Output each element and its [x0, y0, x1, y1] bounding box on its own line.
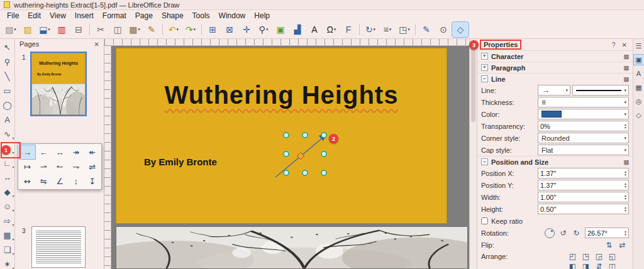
insert-chart-button[interactable]: ▟	[289, 22, 306, 37]
spinner-icons[interactable]: ▲▼	[624, 182, 628, 189]
new-document-button[interactable]: ▤▾	[3, 22, 19, 37]
flip-vertical-icon[interactable]: ⇅	[602, 240, 616, 250]
line-harpoon-pair[interactable]: ⇋	[36, 174, 52, 188]
pages-close-icon[interactable]: ✕	[94, 41, 99, 48]
section-line[interactable]: − Line ▤	[477, 73, 633, 84]
chevron-down-icon[interactable]: ▾	[624, 148, 626, 153]
line-with-square-end[interactable]: ↦	[19, 160, 35, 173]
section-menu-icon[interactable]: ▤	[623, 76, 629, 82]
scrollbar-thumb[interactable]	[471, 47, 475, 122]
special-character-button[interactable]: Ω▾	[323, 22, 340, 37]
chevron-down-icon[interactable]: ▾	[12, 208, 14, 212]
bring-forward-icon[interactable]: ◳	[579, 251, 592, 261]
menu-insert[interactable]: Insert	[70, 11, 98, 21]
vertical-scrollbar[interactable]: ▲	[469, 39, 477, 269]
flowchart-tool[interactable]: ▦▾	[1, 228, 14, 243]
show-draw-functions-button[interactable]: ◇	[452, 22, 469, 37]
menu-edit[interactable]: Edit	[23, 11, 45, 21]
chevron-down-icon[interactable]: ▾	[12, 251, 14, 256]
insert-image-button[interactable]: ▣	[272, 22, 289, 37]
align-objects-button[interactable]: ≡▾	[379, 22, 396, 37]
expand-icon[interactable]: +	[481, 53, 488, 60]
chevron-down-icon[interactable]: ▾	[12, 266, 14, 269]
chevron-down-icon[interactable]: ▾	[624, 100, 626, 105]
transparency-field[interactable]: ▲▼	[538, 121, 629, 131]
block-arrows-tool[interactable]: ⇨▾	[1, 214, 14, 228]
menu-help[interactable]: Help	[250, 11, 274, 21]
paste-button[interactable]: ▦▾	[126, 22, 143, 37]
section-position-size[interactable]: − Position and Size ▤	[477, 156, 633, 167]
rotation-dial[interactable]	[545, 228, 555, 238]
properties-tab[interactable]: ▣	[634, 55, 644, 65]
line-style-select[interactable]: ▾	[572, 85, 629, 96]
send-backward-icon[interactable]: ◲	[592, 251, 606, 261]
dimension-line-style[interactable]: ∠	[52, 174, 68, 188]
menu-window[interactable]: Window	[214, 11, 250, 21]
height-field[interactable]: ▲▼	[538, 204, 629, 214]
insert-text-box-tool[interactable]: A	[1, 113, 14, 127]
line-starts-with-arrow[interactable]: ←	[36, 145, 52, 159]
line-half-arrow-start[interactable]: ↼	[52, 160, 68, 173]
position-x-input[interactable]	[538, 170, 624, 177]
stars-banners-tool[interactable]: ✶▾	[1, 257, 14, 269]
selection-handles[interactable]	[284, 133, 326, 175]
chevron-down-icon[interactable]: ▾	[48, 27, 50, 32]
in-front-of-object-icon[interactable]: ◧	[566, 261, 579, 269]
chevron-down-icon[interactable]: ▾	[408, 27, 410, 32]
gallery-tab[interactable]: ▦	[634, 82, 644, 92]
chevron-down-icon[interactable]: ▾	[389, 27, 392, 32]
chevron-down-icon[interactable]: ▾	[334, 27, 336, 32]
cut-button[interactable]: ✂	[92, 22, 109, 37]
dimension-line-tool[interactable]: ↔	[1, 170, 14, 185]
send-to-back-icon[interactable]: ◱	[606, 251, 619, 261]
basic-shapes-tool[interactable]: ◆▾	[1, 185, 14, 199]
rotate-right-icon[interactable]: ↻	[570, 228, 583, 238]
line-color-select[interactable]: ▾	[538, 109, 629, 119]
line-ends-with-arrow[interactable]: →	[19, 145, 35, 159]
spinner-icons[interactable]: ▲▼	[624, 194, 628, 200]
line-wave-arrows[interactable]: ↭	[19, 174, 35, 188]
height-input[interactable]	[538, 206, 624, 213]
select-tool[interactable]: ↖	[1, 40, 14, 55]
keep-ratio-checkbox[interactable]	[481, 217, 488, 224]
bring-to-front-icon[interactable]: ◰	[566, 251, 579, 261]
group-objects-icon[interactable]: ◫	[606, 261, 619, 269]
insert-text-box-button[interactable]: A	[306, 22, 323, 37]
collapse-icon[interactable]: −	[481, 158, 488, 165]
line-vertical-arrows[interactable]: ↕	[68, 174, 84, 188]
menu-view[interactable]: View	[45, 11, 70, 21]
section-character[interactable]: + Character ▤	[477, 50, 633, 62]
zoom-pan-tool[interactable]: ⚲	[1, 55, 14, 69]
transformations-button[interactable]: ↻▾	[362, 22, 379, 37]
glue-points-button[interactable]: ⊙	[435, 22, 452, 37]
rectangle-tool[interactable]: ▭	[1, 84, 14, 98]
display-guides-button[interactable]: ✛	[238, 22, 255, 37]
position-x-field[interactable]: ▲▼	[538, 168, 629, 178]
clone-formatting-button[interactable]: ✎	[143, 22, 160, 37]
save-button[interactable]: ⬓▾	[36, 22, 53, 37]
display-grid-button[interactable]: ⊞	[204, 22, 221, 37]
spinner-icons[interactable]: ▲▼	[624, 170, 628, 177]
section-menu-icon[interactable]: ▤	[623, 65, 629, 71]
chevron-down-icon[interactable]: ▾	[624, 88, 626, 93]
page-thumbnail-3[interactable]	[31, 226, 86, 268]
symbol-shapes-tool[interactable]: ☺▾	[1, 199, 14, 214]
close-panel-icon[interactable]: ✕	[620, 41, 629, 48]
undo-button[interactable]: ↶▾	[165, 22, 182, 37]
corner-style-select[interactable]: Rounded ▾	[538, 133, 629, 143]
section-menu-icon[interactable]: ▤	[623, 159, 629, 165]
help-icon[interactable]: ?	[610, 41, 618, 48]
line-arrow-start-open[interactable]: ↞	[84, 145, 100, 159]
chevron-down-icon[interactable]: ▾	[12, 165, 14, 169]
rotation-input[interactable]	[586, 229, 624, 237]
selected-arrow-object[interactable]	[116, 48, 447, 224]
export-pdf-button[interactable]: ▥	[53, 22, 70, 37]
chevron-down-icon[interactable]: ▾	[374, 27, 376, 32]
zoom-button[interactable]: ⚲▾	[255, 22, 272, 37]
transparency-input[interactable]	[538, 123, 624, 130]
chevron-down-icon[interactable]: ▾	[266, 27, 269, 32]
ellipse-tool[interactable]: ◯	[1, 98, 14, 113]
menu-format[interactable]: Format	[98, 11, 131, 21]
width-field[interactable]: ▲▼	[538, 192, 629, 202]
arrow-ends-select[interactable]: → ▾	[538, 85, 570, 96]
